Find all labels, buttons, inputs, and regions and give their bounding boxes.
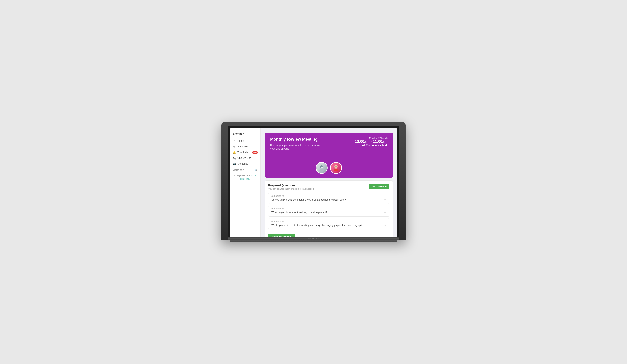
- laptop-brand: MacBook: [308, 237, 319, 240]
- schedule-icon: ◷: [233, 145, 236, 148]
- avatar-2: [330, 162, 342, 174]
- laptop-foot: [230, 240, 397, 242]
- send-questions-button[interactable]: Send Questions: [268, 234, 295, 237]
- meeting-time: 10:00am - 11:00am: [355, 139, 388, 144]
- meeting-avatars: EL DIABLO: [265, 159, 393, 178]
- nav-home-label: Home: [237, 139, 244, 142]
- question-2-text: What do you think about working on a sid…: [271, 211, 327, 214]
- meeting-date: Monday, 27 March: [369, 137, 388, 139]
- meeting-title: Monthly Review Meeting: [270, 137, 321, 142]
- one-on-one-icon: 📞: [233, 157, 236, 160]
- members-info: Only you're here, invite someone?: [230, 172, 261, 182]
- meeting-date-info: Monday, 27 March 10:00am - 11:00am At Co…: [355, 137, 388, 147]
- svg-point-10: [334, 169, 338, 171]
- main-content: Monthly Review Meeting Review your prepa…: [261, 129, 397, 237]
- avatar-1-figure: EL DIABLO: [318, 164, 325, 172]
- avatar-2-figure: [332, 164, 340, 172]
- questions-header: Prepared Questions You can change them o…: [268, 184, 389, 190]
- meeting-card: Monthly Review Meeting Review your prepa…: [265, 133, 393, 178]
- sidebar-item-memories[interactable]: 📷 Memories: [230, 161, 261, 167]
- sidebar-item-schedule[interactable]: ◷ Schedule: [230, 144, 261, 149]
- members-empty-text: Only you're here,: [234, 174, 251, 177]
- question-3-label: Question #1: [271, 221, 386, 223]
- memories-icon: 📷: [233, 162, 236, 165]
- meeting-location: At Conference Hall: [355, 144, 388, 147]
- questions-card: Prepared Questions You can change them o…: [265, 180, 393, 237]
- avatar-1: EL DIABLO: [316, 162, 328, 174]
- laptop-container: Skcript ▾ ⌂ Home ◷ Schedule 🔔: [221, 122, 406, 242]
- question-1-row: Do you think a change of teams would be …: [271, 198, 386, 202]
- members-section: Members 🔍: [230, 167, 261, 172]
- home-icon: ⌂: [233, 139, 236, 142]
- laptop-screen: Skcript ▾ ⌂ Home ◷ Schedule 🔔: [230, 129, 397, 237]
- avatar-1-inner: EL DIABLO: [316, 163, 327, 173]
- sidebar-brand[interactable]: Skcript ▾: [230, 131, 261, 138]
- question-item-1: Question #1 Do you think a change of tea…: [268, 193, 389, 204]
- add-question-button[interactable]: Add Question: [369, 184, 389, 189]
- question-2-row: What do you think about working on a sid…: [271, 211, 386, 214]
- laptop-base: MacBook: [228, 237, 399, 240]
- questions-title: Prepared Questions: [268, 184, 314, 187]
- sidebar-item-home[interactable]: ⌂ Home: [230, 138, 261, 144]
- question-3-row: Would you be interested in working on a …: [271, 223, 386, 227]
- question-item-2: Question #1 What do you think about work…: [268, 206, 389, 217]
- question-1-text: Do you think a change of teams would be …: [271, 198, 346, 202]
- meeting-subtitle-line2: your One on One: [270, 147, 289, 150]
- brand-name: Skcript: [233, 132, 242, 135]
- svg-point-9: [337, 167, 337, 167]
- question-3-text: Would you be interested in working on a …: [271, 223, 362, 227]
- question-1-label: Question #1: [271, 195, 386, 197]
- questions-header-text: Prepared Questions You can change them o…: [268, 184, 314, 190]
- question-item-3: Question #1 Would you be interested in w…: [268, 218, 389, 229]
- sidebar-item-townhalls[interactable]: 🔔 Townhalls Live: [230, 149, 261, 155]
- questions-subtitle: You can change them or add more as neede…: [268, 187, 314, 190]
- question-3-edit-icon[interactable]: ✏: [384, 224, 386, 227]
- members-label: Members: [233, 169, 244, 171]
- townhalls-icon: 🔔: [233, 151, 236, 154]
- meeting-info-left: Monthly Review Meeting Review your prepa…: [270, 137, 321, 151]
- meeting-subtitle: Review your preparation notes before you…: [270, 143, 321, 151]
- live-badge: Live: [252, 151, 258, 154]
- nav-schedule-label: Schedule: [237, 145, 248, 148]
- question-2-label: Question #1: [271, 208, 386, 210]
- laptop-body: Skcript ▾ ⌂ Home ◷ Schedule 🔔: [221, 122, 406, 240]
- screen-bezel: Skcript ▾ ⌂ Home ◷ Schedule 🔔: [228, 126, 399, 237]
- meeting-header-top: Monthly Review Meeting Review your prepa…: [270, 137, 388, 151]
- brand-chevron-icon: ▾: [243, 133, 244, 135]
- sidebar-item-one-on-one[interactable]: 📞 One On One: [230, 155, 261, 161]
- meeting-subtitle-line1: Review your preparation notes before you…: [270, 144, 321, 147]
- nav-memories-label: Memories: [237, 162, 248, 165]
- question-2-edit-icon[interactable]: ✏: [384, 211, 386, 214]
- members-search-icon[interactable]: 🔍: [255, 169, 258, 172]
- question-1-edit-icon[interactable]: ✏: [384, 198, 386, 201]
- nav-one-on-one-label: One On One: [237, 157, 251, 160]
- svg-text:DIABLO: DIABLO: [319, 168, 324, 170]
- avatar-2-inner: [331, 163, 341, 173]
- meeting-header: Monthly Review Meeting Review your prepa…: [265, 133, 393, 159]
- nav-townhalls-label: Townhalls: [237, 151, 248, 154]
- sidebar-nav: ⌂ Home ◷ Schedule 🔔 Townhalls Live: [230, 138, 261, 167]
- svg-point-8: [335, 167, 335, 167]
- svg-text:EL: EL: [321, 166, 323, 168]
- sidebar: Skcript ▾ ⌂ Home ◷ Schedule 🔔: [230, 129, 261, 237]
